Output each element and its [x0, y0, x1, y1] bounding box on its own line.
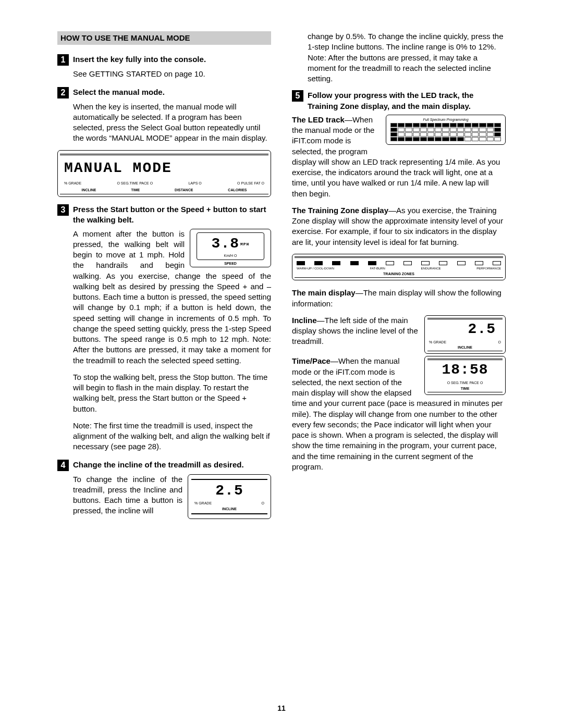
speed-lcd: 3.8MPH Km/H O SPEED: [190, 229, 271, 268]
step-3: 3 Press the Start button or the Speed + …: [57, 204, 271, 452]
lcd-text: MANUAL MODE: [60, 156, 268, 180]
step-4-title: Change the incline of the treadmill as d…: [73, 460, 271, 470]
time-lcd: 18:58 O SEG.TIME PACE O TIME: [424, 356, 506, 395]
step-3-p3: Note: The first time the treadmill is us…: [73, 421, 271, 452]
lcd-labels-row1: % GRADE O SEG.TIME PACE O LAPS O O PULSE…: [60, 180, 268, 187]
main-display-para: The main display—The main display will s…: [292, 288, 506, 309]
section-header: HOW TO USE THE MANUAL MODE: [57, 31, 271, 45]
page-number: 11: [0, 704, 563, 713]
left-column: HOW TO USE THE MANUAL MODE 1 Insert the …: [57, 31, 271, 530]
step-number-5: 5: [292, 90, 303, 102]
step-2-title: Select the manual mode.: [73, 87, 271, 97]
zone-bars: [297, 261, 501, 265]
step-5-title: Follow your progress with the LED track,…: [308, 90, 506, 112]
step-number-4: 4: [57, 460, 69, 471]
step-number-1: 1: [57, 54, 69, 66]
step-3-p2: To stop the walking belt, press the Stop…: [73, 372, 271, 414]
manual-page: HOW TO USE THE MANUAL MODE 1 Insert the …: [0, 0, 563, 728]
step-2-body: When the key is inserted, the manual mod…: [73, 102, 271, 198]
incline-lcd-left: 2.5 % GRADEO INCLINE: [188, 474, 271, 520]
manual-mode-lcd: MANUAL MODE % GRADE O SEG.TIME PACE O LA…: [57, 150, 271, 198]
lcd-labels-row2: INCLINE TIME DISTANCE CALORIES: [60, 187, 268, 193]
step-2-text: When the key is inserted, the manual mod…: [73, 102, 271, 144]
step-5: 5 Follow your progress with the LED trac…: [292, 90, 506, 478]
step-1-body: See GETTING STARTED on page 10.: [73, 69, 271, 79]
led-grid: [390, 123, 501, 141]
step-2: 2 Select the manual mode. When the key i…: [57, 87, 271, 198]
incline-lcd-right: 2.5 % GRADEO INCLINE: [424, 315, 506, 354]
step-5-body: Full Spectrum Programming The LED track—…: [292, 115, 506, 478]
step-3-title: Press the Start button or the Speed + bu…: [73, 204, 271, 226]
step-1-title: Insert the key fully into the console.: [73, 54, 271, 65]
step-number-3: 3: [57, 204, 69, 216]
right-column: change by 0.5%. To change the incline qu…: [292, 31, 506, 530]
step-4-continuation: change by 0.5%. To change the incline qu…: [308, 31, 506, 84]
step-number-2: 2: [57, 87, 69, 98]
led-track-display: Full Spectrum Programming: [386, 115, 506, 145]
zone-labels: WARM-UP / COOL-DOWN FAT-BURN ENDURANCE P…: [297, 266, 501, 270]
step-4: 4 Change the incline of the treadmill as…: [57, 460, 271, 523]
training-zone-display: WARM-UP / COOL-DOWN FAT-BURN ENDURANCE P…: [292, 254, 506, 281]
two-column-layout: HOW TO USE THE MANUAL MODE 1 Insert the …: [57, 31, 506, 530]
training-zone-para: The Training Zone display—As you exercis…: [292, 205, 506, 248]
step-4-body: 2.5 % GRADEO INCLINE To change the incli…: [73, 474, 271, 523]
step-3-body: 3.8MPH Km/H O SPEED A moment after the b…: [73, 229, 271, 452]
step-1: 1 Insert the key fully into the console.…: [57, 54, 271, 79]
